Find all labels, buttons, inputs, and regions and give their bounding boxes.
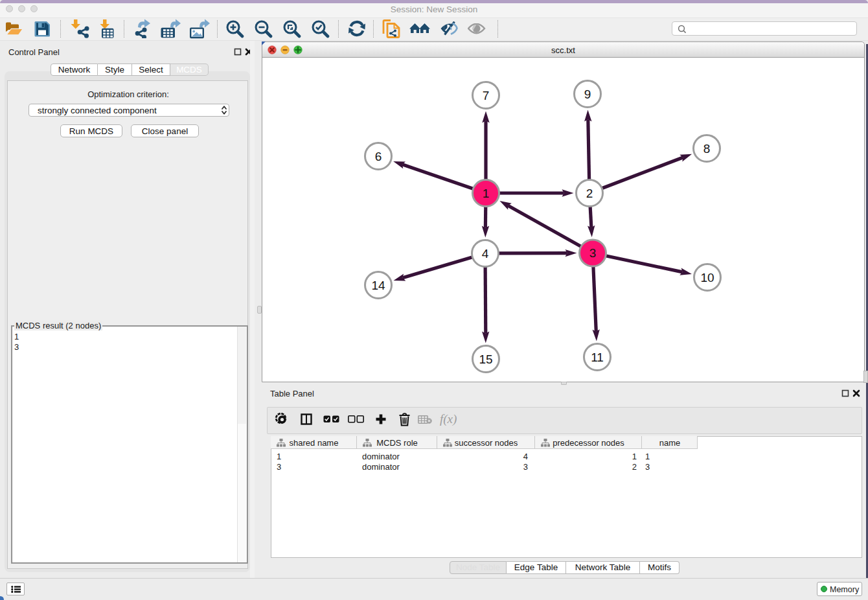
svg-text:6: 6 <box>375 150 382 163</box>
svg-text:9: 9 <box>584 87 591 101</box>
svg-text:1: 1 <box>483 187 490 200</box>
svg-text:11: 11 <box>591 351 604 364</box>
svg-text:4: 4 <box>482 247 489 260</box>
svg-text:15: 15 <box>479 352 492 366</box>
svg-text:14: 14 <box>371 279 385 292</box>
svg-text:7: 7 <box>483 89 490 102</box>
svg-text:8: 8 <box>703 142 711 156</box>
svg-text:2: 2 <box>586 187 593 200</box>
svg-text:10: 10 <box>700 271 714 284</box>
svg-text:3: 3 <box>589 246 597 260</box>
